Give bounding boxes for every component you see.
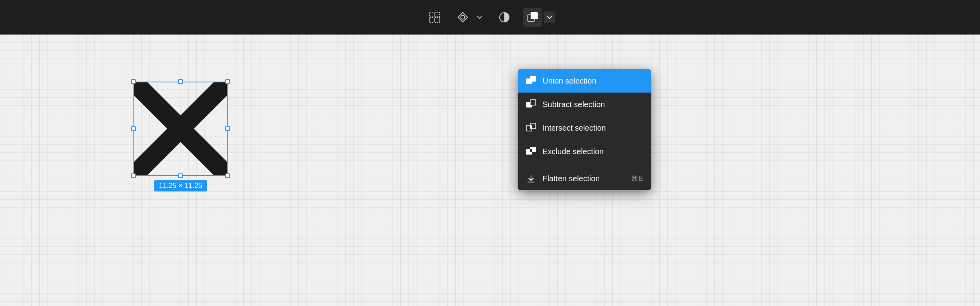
selection-box: 11.25 × 11.25 — [133, 82, 228, 176]
marquee-tool-button[interactable] — [425, 8, 444, 27]
svg-rect-2 — [429, 18, 434, 22]
union-label: Union selection — [543, 76, 597, 86]
handle-bottom-mid[interactable] — [178, 173, 183, 178]
handle-mid-left[interactable] — [131, 126, 136, 131]
svg-rect-17 — [530, 126, 532, 129]
boolean-ops-arrow[interactable] — [474, 11, 485, 23]
handle-top-mid[interactable] — [178, 79, 183, 84]
flatten-icon — [526, 173, 537, 184]
size-label: 11.25 × 11.25 — [154, 180, 207, 191]
exclude-label: Exclude selection — [543, 147, 604, 156]
handle-mid-right[interactable] — [225, 126, 230, 131]
union-selection-item[interactable]: Union selection — [518, 69, 651, 93]
boolean-ops-button[interactable] — [453, 8, 472, 27]
subtract-selection-item[interactable]: Subtract selection — [518, 93, 651, 116]
boolean-ops-group — [453, 8, 485, 27]
exclude-selection-item[interactable]: Exclude selection — [518, 140, 651, 163]
x-shape — [133, 82, 228, 176]
svg-rect-12 — [530, 76, 536, 82]
selection-ops-button[interactable] — [523, 8, 542, 27]
handle-top-left[interactable] — [131, 79, 136, 84]
exclude-icon — [526, 146, 537, 157]
svg-rect-7 — [531, 13, 537, 19]
intersect-label: Intersect selection — [543, 124, 606, 133]
intersect-selection-item[interactable]: Intersect selection — [518, 116, 651, 140]
svg-rect-0 — [429, 12, 434, 17]
flatten-shortcut: ⌘E — [631, 174, 643, 183]
canvas-object[interactable]: 11.25 × 11.25 — [133, 82, 228, 176]
selection-ops-arrow[interactable] — [544, 11, 555, 23]
subtract-icon — [526, 99, 537, 110]
mask-tool-button[interactable] — [495, 8, 514, 27]
handle-top-right[interactable] — [225, 79, 230, 84]
svg-rect-14 — [530, 100, 536, 105]
intersect-icon — [526, 122, 537, 133]
canvas-area[interactable]: 11.25 × 11.25 Union selection Subtract — [0, 35, 980, 306]
union-icon — [526, 75, 537, 86]
subtract-label: Subtract selection — [543, 100, 605, 109]
handle-bottom-left[interactable] — [131, 173, 136, 178]
flatten-selection-item[interactable]: Flatten selection ⌘E — [518, 167, 651, 190]
menu-divider — [518, 165, 651, 165]
svg-rect-20 — [530, 149, 532, 152]
handle-bottom-right[interactable] — [225, 173, 230, 178]
toolbar — [0, 0, 980, 35]
flatten-label: Flatten selection — [543, 174, 600, 183]
dropdown-menu: Union selection Subtract selection In — [518, 69, 651, 190]
svg-rect-3 — [435, 18, 440, 22]
svg-point-4 — [461, 15, 465, 19]
svg-rect-1 — [435, 12, 440, 17]
selection-ops-group — [523, 8, 555, 27]
